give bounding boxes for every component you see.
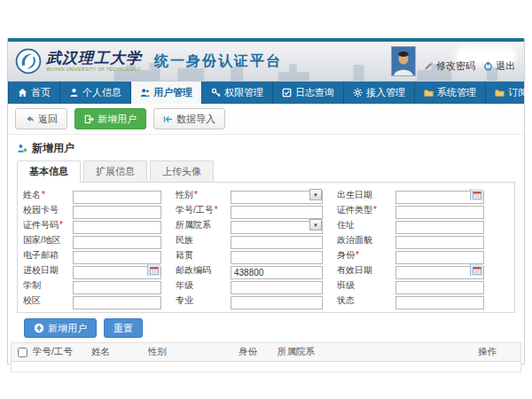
birth-date-calendar-button[interactable] (470, 189, 483, 200)
political-status-input[interactable] (395, 236, 484, 249)
field-label-postal-code: 邮政编码 (176, 264, 231, 277)
field-label-native-place: 籍贯 (176, 249, 231, 262)
data-import-button[interactable]: 数据导入 (153, 108, 225, 129)
nav-item-access-management[interactable]: 接入管理 (344, 82, 415, 104)
col-header-operations: 操作 (478, 346, 520, 358)
country-region-input[interactable] (73, 236, 161, 249)
plus-circle-icon (34, 323, 44, 333)
form-field-campus-card-no: 校园卡号 (23, 203, 161, 216)
id-type-input[interactable] (395, 206, 484, 219)
field-label-valid-date: 有效日期 (337, 264, 395, 277)
app-window: 武汉理工大学 WUHAN UNIVERSITY OF TECHNOLOGY 统一… (7, 38, 525, 364)
form-field-id-number: 证件号码* (23, 218, 161, 231)
form-actions: 新增用户 重置 (8, 313, 524, 342)
tab-upload-avatar[interactable]: 上传头像 (150, 160, 214, 182)
name-input[interactable] (73, 191, 161, 204)
field-label-student-employee-id: 学号/工号* (176, 204, 231, 216)
col-header-department: 所属院系 (278, 346, 478, 358)
back-arrow-icon (25, 114, 35, 124)
required-asterisk: * (373, 205, 377, 215)
pencil-icon (424, 61, 434, 71)
nav-label-permission-management: 权限管理 (224, 86, 263, 99)
valid-date-calendar-button[interactable] (470, 264, 483, 276)
nav-item-subscription-management[interactable]: 订阅管理 (486, 82, 532, 104)
add-user-button[interactable]: 新增用户 (74, 108, 146, 129)
gear-icon (353, 88, 363, 98)
major-input[interactable] (231, 296, 323, 309)
submit-add-user-button[interactable]: 新增用户 (24, 318, 97, 338)
form-field-country-region: 国家/地区 (23, 233, 161, 246)
tab-bar: 基本信息扩展信息上传头像 (17, 160, 515, 182)
back-label: 返回 (38, 113, 58, 126)
status-input[interactable] (395, 296, 484, 309)
form-field-native-place: 籍贯 (176, 248, 323, 262)
chevron-down-icon: ▼ (313, 223, 318, 228)
calendar-icon (473, 266, 481, 275)
key-icon (211, 88, 221, 98)
entry-date-calendar-button[interactable] (147, 264, 160, 276)
field-label-department: 所属院系 (176, 219, 231, 231)
nav-label-home: 首页 (31, 86, 51, 99)
field-label-campus-card-no: 校园卡号 (23, 204, 73, 216)
id-number-input[interactable] (73, 221, 161, 234)
field-label-gender: 性别* (176, 189, 231, 201)
native-place-input[interactable] (231, 251, 323, 264)
calendar-icon (473, 191, 481, 200)
nav-label-access-management: 接入管理 (366, 86, 405, 99)
student-employee-id-input[interactable] (231, 206, 323, 219)
back-button[interactable]: 返回 (15, 108, 67, 129)
chevron-down-icon: ▼ (313, 192, 318, 198)
user-avatar (391, 46, 416, 76)
change-password-link[interactable]: 修改密码 (424, 59, 475, 73)
address-input[interactable] (395, 221, 484, 234)
form-field-major: 专业 (176, 293, 323, 307)
department-dropdown-button[interactable]: ▼ (309, 219, 322, 231)
basic-info-panel: 姓名*性别*▼出生日期校园卡号学号/工号*证件类型*证件号码*所属院系▼住址国家… (17, 182, 515, 313)
required-asterisk: * (194, 190, 198, 200)
nav-item-permission-management[interactable]: 权限管理 (202, 82, 273, 104)
form-field-political-status: 政治面貌 (337, 233, 484, 246)
select-all-checkbox[interactable] (18, 348, 27, 357)
nav-label-system-management: 系统管理 (437, 86, 476, 99)
form-field-class: 班级 (337, 278, 484, 292)
form-field-status: 状态 (337, 293, 484, 307)
ethnicity-input[interactable] (231, 236, 323, 249)
nav-item-home[interactable]: 首页 (8, 82, 60, 104)
identity-input[interactable] (395, 251, 484, 264)
email-input[interactable] (73, 251, 161, 264)
section-title: 新增用户 (8, 135, 524, 159)
add-user-icon (17, 144, 27, 153)
class-input[interactable] (395, 281, 484, 294)
nav-label-user-management: 用户管理 (153, 86, 192, 99)
campus-input[interactable] (73, 296, 161, 309)
grade-input[interactable] (231, 281, 323, 294)
nav-item-user-management[interactable]: 用户管理 (131, 82, 202, 104)
submit-label: 新增用户 (48, 322, 87, 335)
field-label-birth-date: 出生日期 (337, 189, 395, 201)
gender-dropdown-button[interactable]: ▼ (309, 189, 322, 200)
form-field-identity: 身份* (337, 248, 484, 262)
reset-button[interactable]: 重置 (104, 318, 143, 338)
field-label-name: 姓名* (23, 189, 73, 201)
study-duration-input[interactable] (73, 281, 161, 294)
tab-basic-info[interactable]: 基本信息 (17, 160, 81, 183)
nav-item-log-query[interactable]: 日志查询 (273, 82, 344, 104)
field-label-ethnicity: 民族 (176, 234, 231, 246)
field-label-id-type: 证件类型* (337, 204, 395, 216)
logout-link[interactable]: 退出 (483, 59, 515, 73)
field-label-id-number: 证件号码* (23, 219, 73, 231)
data-import-label: 数据导入 (176, 113, 215, 126)
field-label-major: 专业 (176, 294, 231, 307)
new-user-form: 姓名*性别*▼出生日期校园卡号学号/工号*证件类型*证件号码*所属院系▼住址国家… (23, 188, 509, 307)
form-field-birth-date: 出生日期 (337, 188, 484, 201)
form-field-department: 所属院系▼ (176, 218, 323, 231)
calendar-icon (150, 266, 159, 275)
campus-card-no-input[interactable] (73, 206, 161, 219)
nav-item-personal-info[interactable]: 个人信息 (60, 82, 131, 104)
nav-item-system-management[interactable]: 系统管理 (415, 82, 486, 104)
tab-extended-info[interactable]: 扩展信息 (83, 160, 147, 182)
required-asterisk: * (42, 190, 45, 200)
postal-code-input[interactable] (231, 266, 323, 279)
field-label-email: 电子邮箱 (23, 249, 73, 262)
field-label-class: 班级 (337, 279, 395, 292)
